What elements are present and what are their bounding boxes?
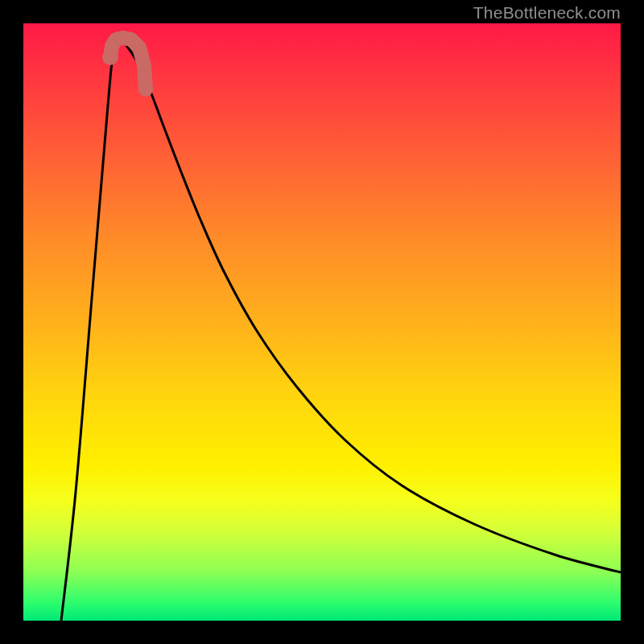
watermark-text: TheBottleneck.com xyxy=(473,3,621,23)
plot-area xyxy=(23,23,621,621)
j-marker-dot xyxy=(102,49,118,65)
chart-svg xyxy=(23,23,621,621)
chart-frame: TheBottleneck.com xyxy=(0,0,644,644)
bottleneck-curve xyxy=(61,39,621,621)
j-marker xyxy=(110,38,146,89)
